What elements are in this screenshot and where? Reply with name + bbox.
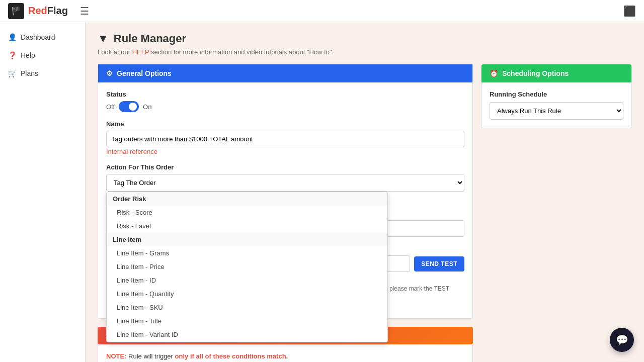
status-off-label: Off (106, 103, 115, 111)
dropdown-item-risk-lavel[interactable]: Risk - Lavel (107, 219, 387, 233)
general-options-body: Status Off On Name (98, 82, 472, 318)
sidebar-item-help[interactable]: ❓ Help (0, 46, 85, 64)
app-header: 🏴 RedFlag ☰ ⬛ (0, 0, 644, 22)
chat-bubble[interactable]: 💬 (610, 328, 634, 352)
right-column: ⏰ Scheduling Options Running Schedule Al… (481, 64, 632, 362)
sidebar-label-dashboard: Dashboard (21, 33, 55, 41)
dashboard-icon: 👤 (8, 33, 17, 41)
help-icon-sidebar: ❓ (8, 51, 17, 59)
dropdown-group-line-item: Line Item (107, 233, 387, 246)
page-subtitle: Look at our HELP section for more inform… (98, 48, 632, 56)
sidebar-item-plans[interactable]: 🛒 Plans (0, 64, 85, 82)
send-test-button[interactable]: SEND TEST (414, 256, 464, 272)
running-schedule-select[interactable]: Always Run This Rule Run Once Run Daily (490, 102, 623, 120)
page-title: ▼ Rule Manager (98, 32, 632, 45)
conditions-match-text: NOTE: Rule will trigger only if all of t… (106, 352, 464, 360)
logout-icon[interactable]: ⬛ (623, 5, 636, 17)
general-options-title: General Options (117, 69, 172, 77)
logo-icon: 🏴 (8, 3, 24, 19)
running-schedule-label: Running Schedule (490, 90, 623, 98)
name-input[interactable] (106, 131, 464, 147)
dropdown-item-line-variant-id[interactable]: Line Item - Variant ID (107, 328, 387, 341)
status-group: Status Off On (106, 90, 464, 112)
brand-name: RedFlag (28, 5, 68, 17)
scheduling-title: Scheduling Options (502, 69, 569, 77)
action-dropdown-container: Tag The Order Order Risk Risk - Score Ri… (106, 174, 464, 192)
dropdown-item-line-variant-title[interactable]: Line Item - Variant Title (107, 341, 387, 342)
status-label: Status (106, 90, 464, 98)
plans-icon: 🛒 (8, 69, 17, 77)
dropdown-item-line-price[interactable]: Line Item - Price (107, 260, 387, 274)
dropdown-item-line-grams[interactable]: Line Item - Grams (107, 246, 387, 260)
help-link[interactable]: HELP (132, 48, 149, 56)
name-label: Name (106, 120, 464, 128)
dropdown-list: Order Risk Risk - Score Risk - Lavel Lin… (106, 192, 388, 342)
page-title-text: Rule Manager (114, 32, 186, 45)
brand-logo: 🏴 RedFlag (8, 3, 68, 19)
left-column: ⚙ General Options Status Off On (98, 64, 473, 362)
sidebar: 👤 Dashboard ❓ Help 🛒 Plans (0, 22, 86, 362)
condition-area: NOTE: Rule will trigger only if all of t… (98, 344, 473, 362)
status-toggle[interactable] (119, 101, 139, 112)
internal-reference-link[interactable]: Internal reference (106, 148, 157, 155)
brand-flag: Flag (47, 5, 68, 16)
scheduling-body: Running Schedule Always Run This Rule Ru… (481, 82, 631, 128)
dropdown-group-order-risk: Order Risk (107, 192, 387, 206)
general-options-header: ⚙ General Options (98, 64, 472, 82)
name-group: Name Internal reference (106, 120, 464, 155)
dropdown-item-line-sku[interactable]: Line Item - SKU (107, 301, 387, 314)
gear-icon: ⚙ (106, 69, 113, 77)
scheduling-card: ⏰ Scheduling Options Running Schedule Al… (481, 64, 632, 128)
brand-red: Red (28, 5, 47, 16)
action-select[interactable]: Tag The Order (106, 174, 464, 192)
toggle-group: Off On (106, 101, 464, 112)
hamburger-icon[interactable]: ☰ (80, 5, 89, 17)
dropdown-item-line-title[interactable]: Line Item - Title (107, 314, 387, 328)
content-grid: ⚙ General Options Status Off On (98, 64, 632, 362)
status-on-label: On (143, 103, 151, 111)
clock-icon: ⏰ (490, 69, 498, 77)
sidebar-label-plans: Plans (21, 69, 38, 77)
action-group: Action For This Order Tag The Order Orde… (106, 163, 464, 202)
scheduling-header: ⏰ Scheduling Options (481, 64, 631, 82)
main-content: ▼ Rule Manager Look at our HELP section … (86, 22, 644, 362)
sidebar-item-dashboard[interactable]: 👤 Dashboard (0, 28, 85, 46)
dropdown-item-line-id[interactable]: Line Item - ID (107, 274, 387, 287)
dropdown-item-risk-score[interactable]: Risk - Score (107, 206, 387, 219)
general-options-card: ⚙ General Options Status Off On (98, 64, 473, 319)
filter-icon: ▼ (98, 32, 109, 45)
sidebar-label-help: Help (21, 51, 35, 59)
action-label: Action For This Order (106, 163, 464, 171)
dropdown-item-line-quantity[interactable]: Line Item - Quantity (107, 287, 387, 301)
